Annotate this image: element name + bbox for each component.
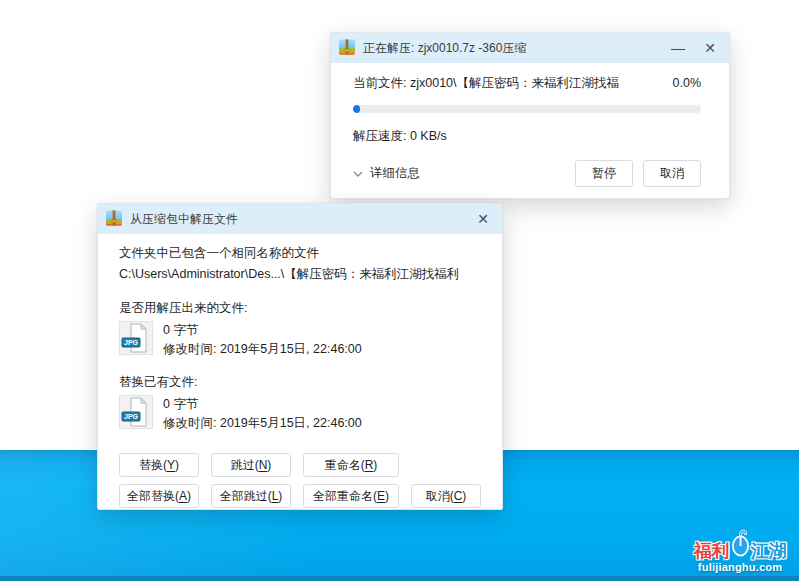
details-toggle[interactable]: 详细信息 bbox=[353, 165, 420, 182]
existing-file-info: JPG 0 字节 修改时间: 2019年5月15日, 22:46:00 bbox=[119, 395, 482, 431]
jpg-file-icon: JPG bbox=[119, 321, 153, 358]
window-controls: ✕ bbox=[474, 212, 492, 226]
replace-button[interactable]: 替换(Y) bbox=[119, 453, 199, 477]
new-file-label: 是否用解压出来的文件: bbox=[119, 299, 482, 317]
watermark-domain: fulijianghu.com bbox=[684, 561, 796, 573]
conflict-path: C:\Users\Administrator\Des...\【解压密码：来福利江… bbox=[119, 265, 482, 283]
window-controls: — ✕ bbox=[669, 41, 719, 55]
existing-file-label: 替换已有文件: bbox=[119, 373, 482, 391]
chevron-down-icon bbox=[353, 171, 363, 177]
jpg-badge-text: JPG bbox=[124, 412, 139, 419]
current-file-row: 当前文件: zjx0010\【解压密码：来福利江湖找福 0.0% bbox=[353, 75, 701, 92]
rename-button[interactable]: 重命名(R) bbox=[303, 453, 399, 477]
progress-bar bbox=[353, 105, 701, 113]
new-file-info: JPG 0 字节 修改时间: 2019年5月15日, 22:46:00 bbox=[119, 321, 482, 357]
progress-dialog-footer: 详细信息 暂停 取消 bbox=[353, 160, 701, 187]
site-watermark: 福利 江湖 fulijianghu.com bbox=[684, 528, 796, 573]
progress-bar-fill bbox=[353, 105, 360, 113]
new-file-size: 0 字节 bbox=[163, 322, 362, 338]
progress-dialog: 正在解压: zjx0010.7z -360压缩 — ✕ 当前文件: zjx001… bbox=[330, 32, 730, 199]
new-file-meta: 0 字节 修改时间: 2019年5月15日, 22:46:00 bbox=[163, 322, 362, 357]
existing-file-modified: 修改时间: 2019年5月15日, 22:46:00 bbox=[163, 415, 362, 431]
conflict-dialog: 从压缩包中解压文件 ✕ 文件夹中已包含一个相同名称的文件 C:\Users\Ad… bbox=[97, 203, 503, 510]
close-icon[interactable]: ✕ bbox=[701, 41, 719, 55]
existing-file-meta: 0 字节 修改时间: 2019年5月15日, 22:46:00 bbox=[163, 396, 362, 431]
new-file-modified: 修改时间: 2019年5月15日, 22:46:00 bbox=[163, 341, 362, 357]
conflict-message: 文件夹中已包含一个相同名称的文件 bbox=[119, 244, 482, 262]
conflict-dialog-body: 文件夹中已包含一个相同名称的文件 C:\Users\Administrator\… bbox=[98, 234, 502, 508]
rename-all-button[interactable]: 全部重命名(E) bbox=[303, 484, 399, 508]
replace-all-button[interactable]: 全部替换(A) bbox=[119, 484, 199, 508]
minimize-icon[interactable]: — bbox=[669, 41, 687, 55]
details-toggle-label: 详细信息 bbox=[370, 165, 420, 182]
wallpaper-bottom-strip bbox=[0, 576, 799, 581]
skip-button[interactable]: 跳过(N) bbox=[211, 453, 291, 477]
current-file-text: 当前文件: zjx0010\【解压密码：来福利江湖找福 bbox=[353, 75, 619, 92]
progress-dialog-body: 当前文件: zjx0010\【解压密码：来福利江湖找福 0.0% 解压速度: 0… bbox=[331, 63, 729, 187]
existing-file-size: 0 字节 bbox=[163, 396, 362, 412]
watermark-brand-right: 江湖 bbox=[751, 542, 787, 560]
conflict-dialog-title: 从压缩包中解压文件 bbox=[130, 211, 238, 228]
progress-dialog-buttons: 暂停 取消 bbox=[575, 160, 701, 187]
conflict-dialog-titlebar[interactable]: 从压缩包中解压文件 ✕ bbox=[98, 204, 502, 234]
jpg-file-icon: JPG bbox=[119, 395, 153, 432]
desktop: 正在解压: zjx0010.7z -360压缩 — ✕ 当前文件: zjx001… bbox=[0, 0, 799, 581]
cancel-conflict-button[interactable]: 取消(C) bbox=[411, 484, 481, 508]
360zip-app-icon bbox=[338, 38, 356, 59]
cancel-button[interactable]: 取消 bbox=[643, 160, 701, 187]
360zip-app-icon bbox=[105, 209, 123, 230]
watermark-brand-row: 福利 江湖 bbox=[684, 528, 796, 560]
conflict-buttons-row2: 全部替换(A) 全部跳过(L) 全部重命名(E) 取消(C) bbox=[119, 484, 482, 508]
jpg-badge-text: JPG bbox=[124, 338, 139, 345]
skip-all-button[interactable]: 全部跳过(L) bbox=[211, 484, 291, 508]
mouse-icon bbox=[731, 528, 750, 561]
progress-percent: 0.0% bbox=[673, 76, 702, 90]
progress-dialog-title: 正在解压: zjx0010.7z -360压缩 bbox=[363, 40, 526, 57]
progress-dialog-titlebar[interactable]: 正在解压: zjx0010.7z -360压缩 — ✕ bbox=[331, 33, 729, 63]
speed-text: 解压速度: 0 KB/s bbox=[353, 128, 701, 145]
pause-button[interactable]: 暂停 bbox=[575, 160, 633, 187]
watermark-brand-left: 福利 bbox=[694, 542, 730, 560]
conflict-buttons-row1: 替换(Y) 跳过(N) 重命名(R) bbox=[119, 453, 482, 477]
close-icon[interactable]: ✕ bbox=[474, 212, 492, 226]
